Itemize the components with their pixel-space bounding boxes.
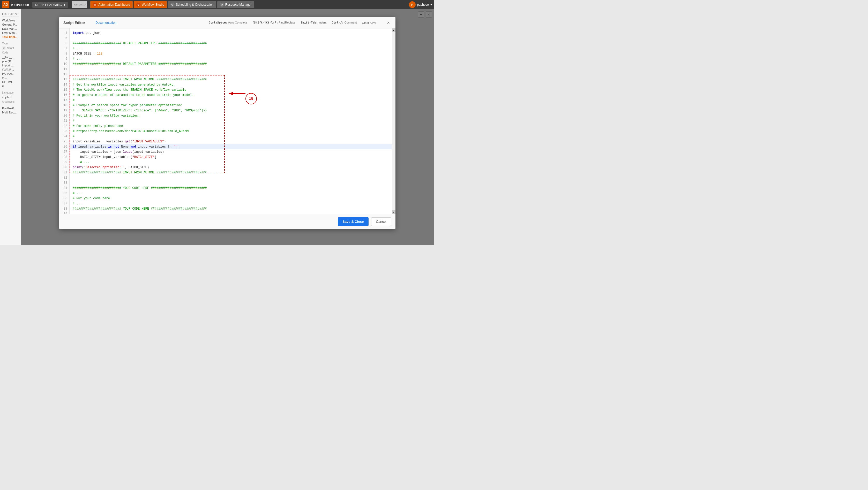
annotation-number-bubble: 15 [245, 93, 257, 104]
line-numbers: 4 5 6 7 8 9 10 11 12 13 14 15 16 17 [59, 28, 69, 214]
vertical-scrollbar[interactable]: ▲ ▼ [392, 28, 396, 214]
code-line-36: # Put your code here [69, 196, 392, 201]
sidebar-item-prepost[interactable]: Pre/Post/... [2, 106, 19, 110]
user-dropdown-icon: ▾ [430, 3, 432, 6]
code-print-var: print('B... [2, 59, 19, 63]
code-line-13: ########################## INPUT FROM AU… [69, 77, 392, 82]
app-name-badge[interactable]: DEEP LEARNING ▾ [32, 2, 68, 8]
dropdown-icon: ▾ [64, 3, 65, 7]
code-file-var: __file__... [2, 55, 19, 59]
code-line-14: # Get the workflow input variables gener… [69, 82, 392, 87]
code-panel-section: Type </> Script Code __file__... print('… [2, 42, 19, 88]
username: pacheco [417, 3, 429, 6]
language-value[interactable]: cpython [2, 95, 19, 99]
content-area: Script Editor Documentation Ctrl+Space: … [21, 9, 434, 245]
sidebar-section: Workflows General P... Data Man... Error… [2, 18, 19, 39]
modal-title: Script Editor [63, 21, 85, 25]
automation-icon: ⚙ [93, 3, 97, 7]
activeeon-logo-icon[interactable]: AO [2, 1, 9, 8]
resource-icon: ⚙ [220, 3, 224, 7]
modal-overlay: Script Editor Documentation Ctrl+Space: … [21, 9, 434, 245]
code-line-33 [69, 181, 392, 186]
nav-automation-dashboard[interactable]: ⚙ Automation Dashboard [90, 1, 133, 8]
workflow-icon: ⚙ [136, 3, 141, 7]
shortcut-autocomplete: Ctrl+Space: Auto-Complete [209, 21, 247, 24]
edit-menu[interactable]: Edit [8, 12, 13, 15]
navbar: AO Activeeon DEEP LEARNING ▾ Your LOGO ⚙… [0, 0, 434, 9]
language-section: Language cpython Arguments [2, 91, 19, 103]
script-type-label: Script [7, 47, 14, 50]
code-line-18: # Example of search space for hyper para… [69, 103, 392, 108]
nav-resource-manager[interactable]: ⚙ Resource Manager [217, 1, 254, 8]
user-menu[interactable]: P pacheco ▾ [409, 1, 432, 8]
code-optim: OPTIMI... [2, 80, 19, 84]
code-text-area[interactable]: import os, json ########################… [69, 28, 392, 214]
code-line-8: BATCH_SIZE = 128 [69, 51, 392, 56]
code-line-28: BATCH_SIZE= input_variables["BATCH_SIZE"… [69, 155, 392, 160]
file-menu[interactable]: File [2, 12, 7, 15]
sidebar-item-workflows[interactable]: Workflows [2, 18, 19, 23]
cancel-button[interactable]: Cancel [371, 217, 391, 226]
left-sidebar: File Edit V Workflows General P... Data … [0, 9, 21, 245]
code-line-32 [69, 175, 392, 181]
code-editor[interactable]: 4 5 6 7 8 9 10 11 12 13 14 15 16 17 [59, 28, 396, 214]
code-line-34: ########################## YOUR CODE HER… [69, 186, 392, 191]
sidebar-item-task[interactable]: Task Impl... [2, 35, 19, 39]
code-line-39 [69, 211, 392, 214]
code-line-31: ########################## INPUT FROM AU… [69, 170, 392, 175]
navbar-logo: AO Activeeon [2, 1, 29, 8]
nav-workflow-studio[interactable]: ⚙ Workflow Studio [134, 1, 166, 8]
sidebar-item-multinode[interactable]: Multi-Nod... [2, 110, 19, 115]
code-line-23: # https://try.activeeon.com/doc/PAIO/PAI… [69, 129, 392, 134]
script-editor-modal: Script Editor Documentation Ctrl+Space: … [59, 17, 396, 229]
code-hashes: ######... [2, 67, 19, 72]
script-type-icon: </> [2, 46, 6, 50]
modal-footer: Save & Close Cancel [59, 214, 396, 229]
user-avatar: P [409, 1, 416, 8]
code-line-22: # For more info, please see: [69, 124, 392, 129]
main-area: File Edit V Workflows General P... Data … [0, 9, 434, 245]
code-line-38: ########################## YOUR CODE HER… [69, 206, 392, 211]
logo-placeholder: Your LOGO [72, 1, 87, 8]
code-line-27: input_variables = json.loads(input_varia… [69, 150, 392, 155]
code-line-25: input_variables = variables.get("INPUT_V… [69, 139, 392, 144]
documentation-link[interactable]: Documentation [95, 21, 116, 25]
code-line-21: # [69, 118, 392, 124]
code-line-12 [69, 72, 392, 77]
code-line-35: # ... [69, 191, 392, 196]
code-line-10: ########################## DEFAULT PARAM… [69, 62, 392, 67]
brand-name: Activeeon [11, 3, 29, 7]
scroll-down-button[interactable]: ▼ [392, 210, 396, 214]
code-line-6: ########################## DEFAULT PARAM… [69, 41, 392, 46]
code-line-30: print('Selected optimizer: ', BATCH_SIZE… [69, 165, 392, 170]
sidebar-item-general[interactable]: General P... [2, 23, 19, 27]
view-menu[interactable]: V [15, 12, 17, 15]
sidebar-item-error[interactable]: Error Man... [2, 31, 19, 35]
sidebar-item-data[interactable]: Data Man... [2, 27, 19, 31]
shortcut-indent: Shift-Tab: Indent [301, 21, 327, 24]
code-line-19: # SEARCH_SPACE: {"OPTIMIZER": {"choice":… [69, 108, 392, 113]
code-line-5 [69, 36, 392, 41]
shortcut-comment: Ctrl-/: Comment [332, 21, 356, 24]
close-button[interactable]: × [385, 20, 391, 26]
save-close-button[interactable]: Save & Close [338, 217, 368, 226]
code-line-26: if input_variables is not None and input… [69, 144, 392, 150]
scroll-up-button[interactable]: ▲ [392, 28, 396, 32]
code-line-16: # to generate a set of parameters to be … [69, 93, 392, 98]
code-line-4: import os, json [69, 31, 392, 36]
modal-header: Script Editor Documentation Ctrl+Space: … [59, 17, 396, 28]
app-name-text: DEEP LEARNING [35, 3, 62, 7]
code-line-29: # ... [69, 160, 392, 165]
code-line-37: # ... [69, 201, 392, 206]
code-line-17: # [69, 98, 392, 103]
code-line-11 [69, 67, 392, 72]
code-line-20: # Put it in your workflow variables. [69, 113, 392, 118]
code-import-var: import c... [2, 63, 19, 67]
scheduling-icon: ⚙ [170, 3, 175, 7]
code-params: PARAM... [2, 72, 19, 76]
code-line-7: # ... [69, 46, 392, 51]
code-line-24: # [69, 134, 392, 139]
nav-scheduling[interactable]: ⚙ Scheduling & Orchestration [168, 1, 216, 8]
other-keys[interactable]: Other Keys [362, 21, 376, 24]
code-line-9: # ... [69, 56, 392, 62]
